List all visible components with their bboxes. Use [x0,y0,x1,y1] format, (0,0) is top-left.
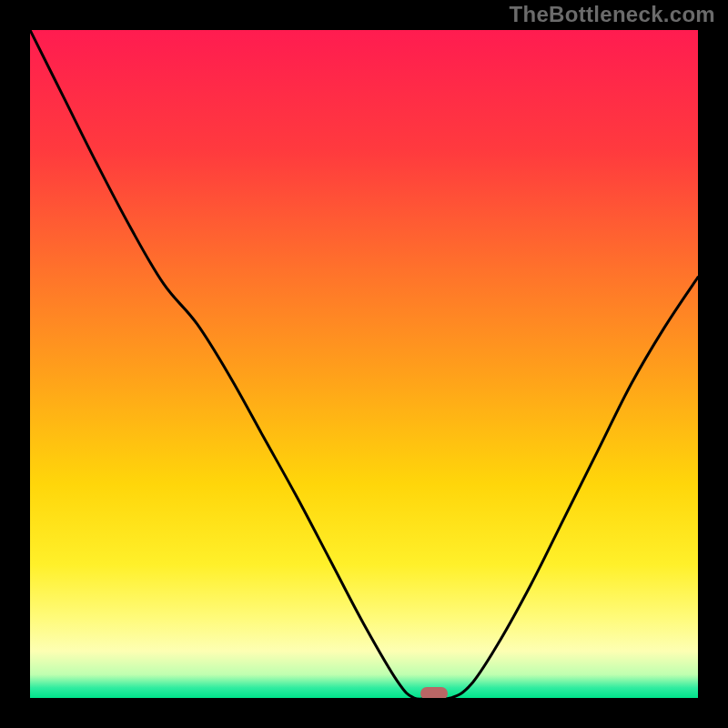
plot-area [30,30,698,698]
optimal-marker [420,687,448,698]
chart-frame: TheBottleneck.com [0,0,728,728]
curve-layer [30,30,698,698]
bottleneck-curve [30,30,698,698]
watermark-text: TheBottleneck.com [510,2,715,27]
